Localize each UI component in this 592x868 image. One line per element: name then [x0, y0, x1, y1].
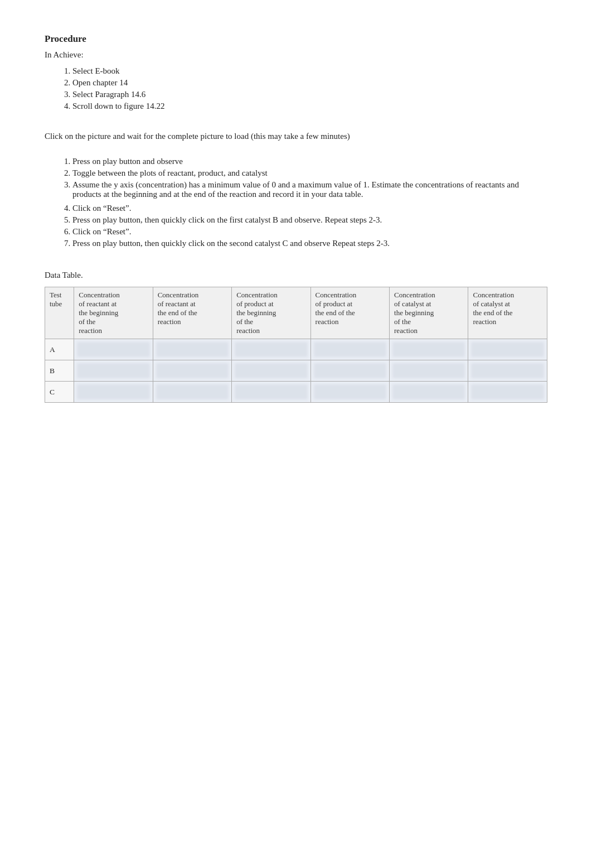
data-cell-row-a-col-3[interactable]	[232, 339, 310, 360]
intro-steps-list: Select E-book Open chapter 14 Select Par…	[72, 66, 547, 111]
data-cell-row-a-col-4[interactable]	[310, 339, 389, 360]
main-steps-list: Press on play button and observe Toggle …	[72, 157, 547, 248]
table-header-row: Test tube Concentration of reactant at t…	[45, 287, 547, 339]
data-table: Test tube Concentration of reactant at t…	[45, 287, 547, 403]
data-cell-row-b-col-6[interactable]	[468, 360, 547, 382]
data-table-label: Data Table.	[45, 271, 547, 280]
main-step-6: Click on “Reset”.	[72, 227, 547, 237]
data-cell-row-c-col-2[interactable]	[153, 382, 231, 403]
data-cell-row-b-col-4[interactable]	[310, 360, 389, 382]
table-row: C	[45, 382, 547, 403]
intro-step-1: Select E-book	[72, 66, 547, 76]
table-row: B	[45, 360, 547, 382]
main-step-7: Press on play button, then quickly click…	[72, 239, 547, 248]
data-cell-row-b-col-5[interactable]	[390, 360, 468, 382]
header-col-3: Concentration of product at the beginnin…	[232, 287, 310, 339]
header-col-4: Concentration of product at the end of t…	[310, 287, 389, 339]
data-cell-row-c-col-3[interactable]	[232, 382, 310, 403]
data-cell-row-a-col-5[interactable]	[390, 339, 468, 360]
row-label-b: B	[45, 360, 74, 382]
data-cell-row-b-col-3[interactable]	[232, 360, 310, 382]
procedure-title: Procedure	[45, 33, 547, 45]
header-test-tube: Test tube	[45, 287, 74, 339]
main-step-2: Toggle between the plots of reactant, pr…	[72, 168, 547, 178]
header-col-6: Concentration of catalyst at the end of …	[468, 287, 547, 339]
data-cell-row-c-col-4[interactable]	[310, 382, 389, 403]
table-body: ABC	[45, 339, 547, 403]
intro-step-3: Select Paragraph 14.6	[72, 90, 547, 99]
header-col-1: Concentration of reactant at the beginni…	[74, 287, 153, 339]
table-row: A	[45, 339, 547, 360]
intro-step-2: Open chapter 14	[72, 78, 547, 88]
main-step-5: Press on play button, then quickly click…	[72, 215, 547, 225]
row-label-a: A	[45, 339, 74, 360]
data-cell-row-b-col-1[interactable]	[74, 360, 153, 382]
data-cell-row-a-col-2[interactable]	[153, 339, 231, 360]
main-step-4: Click on “Reset”.	[72, 204, 547, 213]
row-label-c: C	[45, 382, 74, 403]
instruction-paragraph: Click on the picture and wait for the co…	[45, 132, 547, 141]
header-col-5: Concentration of catalyst at the beginni…	[390, 287, 468, 339]
data-cell-row-c-col-1[interactable]	[74, 382, 153, 403]
main-step-1: Press on play button and observe	[72, 157, 547, 166]
data-cell-row-a-col-6[interactable]	[468, 339, 547, 360]
data-cell-row-a-col-1[interactable]	[74, 339, 153, 360]
data-cell-row-b-col-2[interactable]	[153, 360, 231, 382]
in-achieve-label: In Achieve:	[45, 50, 547, 60]
header-col-2: Concentration of reactant at the end of …	[153, 287, 231, 339]
data-cell-row-c-col-5[interactable]	[390, 382, 468, 403]
data-cell-row-c-col-6[interactable]	[468, 382, 547, 403]
intro-step-4: Scroll down to figure 14.22	[72, 102, 547, 111]
main-step-3: Assume the y axis (concentration) has a …	[72, 180, 547, 199]
